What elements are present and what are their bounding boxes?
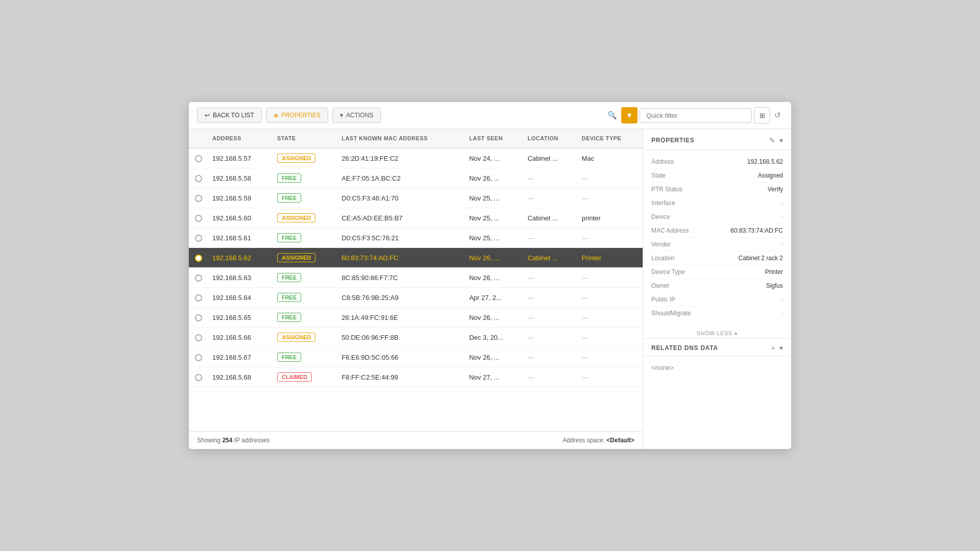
table-row[interactable]: 192.168.5.68CLAIMEDF8:FF:C2:5E:44:99Nov …	[189, 367, 643, 387]
row-radio[interactable]	[195, 215, 202, 222]
cell-location: Cabinet ...	[523, 208, 577, 228]
property-label: Device	[651, 213, 670, 220]
row-radio[interactable]	[195, 334, 202, 341]
table-row[interactable]: 192.168.5.59FREED0:C5:F3:46:A1:70Nov 25,…	[189, 188, 643, 208]
row-radio[interactable]	[195, 235, 202, 242]
table-row[interactable]: 192.168.5.64FREEC8:5B:76:9B:25:A9Apr 27,…	[189, 288, 643, 308]
property-value: Assigned	[758, 172, 783, 179]
cell-state: ASSIGNED	[272, 248, 336, 268]
back-to-list-label: BACK TO LIST	[213, 112, 254, 119]
collapse-dns-icon[interactable]: ▾	[779, 344, 783, 352]
toolbar: ↩ BACK TO LIST ◈ PROPERTIES ▾ ACTIONS 🔍 …	[189, 102, 791, 129]
property-label: Address	[651, 158, 674, 165]
cell-state: FREE	[272, 288, 336, 308]
cell-device-type: ---	[577, 347, 643, 367]
actions-button[interactable]: ▾ ACTIONS	[332, 108, 381, 123]
cell-mac: CE:A5:AD:EE:B5:B7	[336, 208, 464, 228]
col-device-type[interactable]: DEVICE TYPE	[577, 129, 643, 148]
col-last-seen[interactable]: LAST SEEN	[464, 129, 522, 148]
cell-mac: AE:F7:05:1A:BC:C2	[336, 168, 464, 188]
edit-icon[interactable]: ✎	[769, 136, 775, 144]
cell-address: 192.168.5.63	[207, 268, 272, 288]
table-row[interactable]: 192.168.5.60ASSIGNEDCE:A5:AD:EE:B5:B7Nov…	[189, 208, 643, 228]
cell-mac: F8:FF:C2:5E:44:99	[336, 367, 464, 387]
cell-last-seen: Nov 26, ...	[464, 168, 522, 188]
cell-last-seen: Nov 25, ...	[464, 208, 522, 228]
related-dns-icons: + ▾	[771, 344, 783, 352]
row-radio[interactable]	[195, 195, 202, 202]
cell-location: Cabinet ...	[523, 248, 577, 268]
cell-address: 192.168.5.64	[207, 288, 272, 308]
row-radio[interactable]	[195, 155, 202, 162]
property-label: Location	[651, 255, 674, 262]
properties-title: PROPERTIES	[651, 137, 695, 144]
property-value: 192.168.5.62	[747, 158, 783, 165]
table-row[interactable]: 192.168.5.65FREE26:1A:49:FC:91:6ENov 26,…	[189, 308, 643, 328]
table-row[interactable]: 192.168.5.57ASSIGNED26:2D:41:19:FE:C2Nov…	[189, 148, 643, 168]
table-row[interactable]: 192.168.5.62ASSIGNED60:83:73:74:AD:FCNov…	[189, 248, 643, 268]
property-value: 60:83:73:74:AD:FC	[730, 227, 783, 234]
main-window: ↩ BACK TO LIST ◈ PROPERTIES ▾ ACTIONS 🔍 …	[189, 102, 791, 449]
refresh-icon: ↺	[774, 111, 781, 119]
row-radio[interactable]	[195, 314, 202, 321]
footer-bar: Showing 254 IP addresses Address space: …	[189, 431, 643, 449]
cell-state: CLAIMED	[272, 367, 336, 387]
table-row[interactable]: 192.168.5.58FREEAE:F7:05:1A:BC:C2Nov 26,…	[189, 168, 643, 188]
cell-last-seen: Nov 26, ...	[464, 248, 522, 268]
property-value: -	[781, 241, 783, 248]
col-location[interactable]: LOCATION	[523, 129, 577, 148]
back-arrow-icon: ↩	[205, 112, 210, 119]
quick-filter-input[interactable]	[640, 108, 752, 123]
filter-button[interactable]: ▼	[621, 107, 638, 123]
cell-device-type: ---	[577, 168, 643, 188]
property-row: ShouldMigrate-	[651, 307, 783, 320]
show-less-button[interactable]: SHOW LESS ▴	[643, 325, 791, 338]
cell-state: ASSIGNED	[272, 328, 336, 347]
cell-mac: 26:1A:49:FC:91:6E	[336, 308, 464, 328]
row-radio[interactable]	[195, 354, 202, 361]
cell-location: ---	[523, 367, 577, 387]
grid-icon: ⊞	[760, 112, 765, 119]
related-dns-title: RELATED DNS DATA	[651, 344, 718, 352]
showing-suffix: IP addresses	[234, 437, 270, 444]
table-row[interactable]: 192.168.5.66ASSIGNED50:DE:06:96:FF:8BDec…	[189, 328, 643, 347]
col-select	[189, 129, 207, 148]
grid-view-button[interactable]: ⊞	[754, 107, 770, 123]
cell-address: 192.168.5.61	[207, 228, 272, 248]
cell-device-type: Mac	[577, 148, 643, 168]
showing-prefix: Showing	[197, 437, 220, 444]
cell-last-seen: Nov 25, ...	[464, 188, 522, 208]
row-radio[interactable]	[195, 255, 202, 262]
table-row[interactable]: 192.168.5.67FREEF6:E6:9D:5C:05:66Nov 26,…	[189, 347, 643, 367]
col-state[interactable]: STATE	[272, 129, 336, 148]
properties-icons: ✎ ▾	[769, 136, 783, 144]
table-row[interactable]: 192.168.5.63FREE8C:85:90:86:F7:7CNov 26,…	[189, 268, 643, 288]
cell-address: 192.168.5.62	[207, 248, 272, 268]
properties-button[interactable]: ◈ PROPERTIES	[266, 108, 328, 123]
cell-last-seen: Nov 24, ...	[464, 148, 522, 168]
row-radio[interactable]	[195, 175, 202, 182]
properties-header: PROPERTIES ✎ ▾	[643, 129, 791, 150]
cell-address: 192.168.5.58	[207, 168, 272, 188]
properties-panel: PROPERTIES ✎ ▾ Address192.168.5.62StateA…	[643, 129, 791, 449]
property-row: PTR StatusVerify	[651, 183, 783, 196]
table-scroll[interactable]: ADDRESS STATE LAST KNOWN MAC ADDRESS LAS…	[189, 129, 643, 431]
row-radio[interactable]	[195, 294, 202, 302]
address-space-value: <Default>	[606, 437, 634, 444]
add-dns-icon[interactable]: +	[771, 344, 775, 352]
property-row: Device-	[651, 210, 783, 224]
cell-last-seen: Apr 27, 2...	[464, 288, 522, 308]
cell-address: 192.168.5.57	[207, 148, 272, 168]
search-icon-button[interactable]: 🔍	[605, 109, 619, 122]
collapse-icon[interactable]: ▾	[779, 136, 783, 144]
refresh-button[interactable]: ↺	[772, 109, 783, 122]
row-radio[interactable]	[195, 274, 202, 282]
cell-mac: F6:E6:9D:5C:05:66	[336, 347, 464, 367]
property-label: PTR Status	[651, 186, 682, 193]
row-radio[interactable]	[195, 374, 202, 381]
properties-body: Address192.168.5.62StateAssignedPTR Stat…	[643, 150, 791, 325]
col-mac[interactable]: LAST KNOWN MAC ADDRESS	[336, 129, 464, 148]
col-address[interactable]: ADDRESS	[207, 129, 272, 148]
table-row[interactable]: 192.168.5.61FREED0:C5:F3:5C:76:21Nov 25,…	[189, 228, 643, 248]
back-to-list-button[interactable]: ↩ BACK TO LIST	[197, 108, 262, 123]
